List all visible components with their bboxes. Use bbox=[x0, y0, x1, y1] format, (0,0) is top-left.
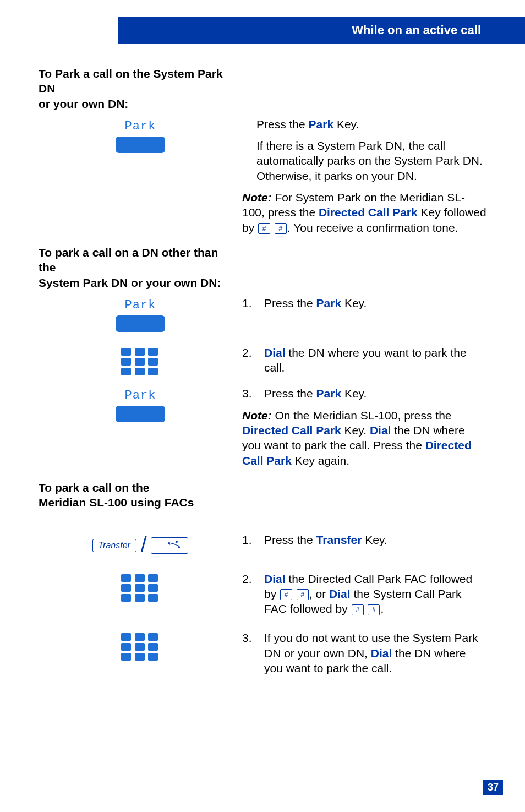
hash-key-icon: # bbox=[280, 589, 292, 600]
hash-key-icon: # bbox=[258, 223, 270, 234]
dialpad-icon bbox=[121, 348, 160, 375]
section3-step3: 3. If you do not want to use the System … bbox=[242, 630, 486, 675]
park-softkey-label: Park bbox=[125, 119, 156, 133]
section2-heading-line2: System Park DN or your own DN: bbox=[39, 276, 221, 289]
park-key-text: Park bbox=[316, 297, 342, 309]
park-softkey-label: Park bbox=[125, 298, 156, 312]
dial-text: Dial bbox=[329, 587, 351, 600]
text: Press the bbox=[264, 533, 316, 546]
step-number: 1. bbox=[242, 296, 256, 310]
hash-key-icon: # bbox=[275, 223, 287, 234]
dial-text: Dial bbox=[264, 346, 286, 359]
section1-para2: If there is a System Park DN, the call a… bbox=[256, 138, 486, 183]
park-softkey-label: Park bbox=[125, 389, 156, 402]
text: . bbox=[380, 602, 384, 615]
directed-call-park-text: Directed Call Park bbox=[242, 424, 341, 437]
dial-text: Dial bbox=[264, 573, 286, 585]
text: Key. bbox=[341, 424, 370, 437]
hash-key-icon: # bbox=[352, 604, 364, 615]
note-label: Note: bbox=[242, 409, 272, 422]
text: Press the bbox=[264, 297, 316, 309]
park-softkey-3: Park bbox=[107, 389, 173, 422]
section1-heading: To Park a call on the System Park DN or … bbox=[39, 66, 237, 111]
slash-separator: / bbox=[141, 534, 147, 555]
park-softkey-button-icon bbox=[116, 406, 165, 422]
park-softkey-2: Park bbox=[107, 298, 173, 332]
step-number: 2. bbox=[242, 571, 256, 617]
text: the DN where you want to park the call. bbox=[264, 346, 467, 374]
text: Key. bbox=[341, 387, 367, 400]
section1-heading-line1: To Park a call on the System Park DN bbox=[39, 67, 223, 95]
text: , or bbox=[309, 587, 329, 600]
text: . You receive a confirmation tone. bbox=[287, 221, 458, 234]
dial-text: Dial bbox=[371, 647, 392, 660]
header-title: While on an active call bbox=[352, 17, 486, 44]
section3-step1: 1. Press the Transfer Key. bbox=[242, 532, 486, 547]
section1-note: Note: For System Park on the Meridian SL… bbox=[242, 190, 486, 235]
note-label: Note: bbox=[242, 191, 272, 204]
step-number: 1. bbox=[242, 532, 256, 547]
text: Key. bbox=[362, 533, 387, 546]
section2-heading-line1: To park a call on a DN other than the bbox=[39, 246, 218, 274]
dialpad-icon bbox=[121, 574, 160, 602]
section3-heading-line2: Meridian SL-100 using FACs bbox=[39, 496, 194, 509]
page-header: While on an active call bbox=[39, 17, 486, 44]
text: Press the bbox=[256, 118, 309, 130]
text: On the Meridian SL-100, press the bbox=[272, 409, 452, 422]
hash-key-icon: # bbox=[368, 604, 380, 615]
directed-call-park-text: Directed Call Park bbox=[319, 206, 418, 219]
park-softkey: Park bbox=[107, 119, 173, 153]
page-number: 37 bbox=[483, 780, 503, 795]
hash-key-icon: # bbox=[297, 589, 309, 600]
section1-heading-line2: or your own DN: bbox=[39, 97, 128, 110]
text: Key again. bbox=[292, 454, 349, 467]
transfer-key-text: Transfer bbox=[316, 533, 362, 546]
step-number: 3. bbox=[242, 386, 256, 401]
park-key-text: Park bbox=[309, 118, 334, 130]
text: Key. bbox=[333, 118, 359, 130]
transfer-key-label: Transfer bbox=[92, 539, 136, 552]
dial-text: Dial bbox=[370, 424, 391, 437]
section3-step2: 2. Dial the Directed Call Park FAC follo… bbox=[242, 571, 486, 617]
text: Key. bbox=[341, 297, 367, 309]
park-softkey-button-icon bbox=[116, 315, 165, 332]
step-number: 2. bbox=[242, 345, 256, 375]
section2-heading: To park a call on a DN other than the Sy… bbox=[39, 245, 237, 290]
section2-step3: 3. Press the Park Key. bbox=[242, 386, 486, 401]
transfer-connect-icon bbox=[151, 537, 188, 554]
dialpad-icon bbox=[121, 633, 160, 661]
section3-heading-line1: To park a call on the bbox=[39, 481, 150, 494]
section2-step1: 1. Press the Park Key. bbox=[242, 296, 486, 310]
section2-note: Note: On the Meridian SL-100, press the … bbox=[242, 408, 486, 468]
section1-para1: Press the Park Key. bbox=[256, 117, 486, 132]
step-number: 3. bbox=[242, 630, 256, 675]
transfer-key-graphic: Transfer / bbox=[39, 535, 242, 556]
park-softkey-button-icon bbox=[116, 137, 165, 153]
section3-heading: To park a call on the Meridian SL-100 us… bbox=[39, 480, 237, 510]
section2-step2: 2. Dial the DN where you want to park th… bbox=[242, 345, 486, 375]
text: Press the bbox=[264, 387, 316, 400]
park-key-text: Park bbox=[316, 387, 342, 400]
